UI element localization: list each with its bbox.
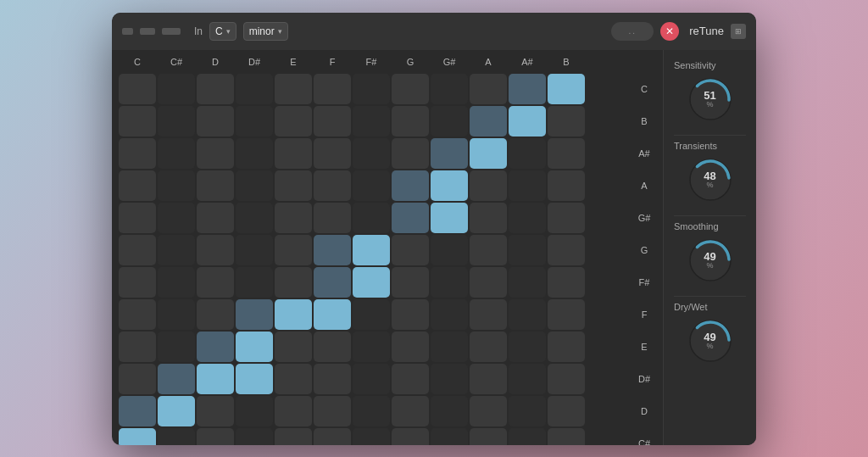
grid-cell[interactable] — [353, 106, 390, 137]
grid-cell[interactable] — [431, 428, 468, 445]
grid-cell[interactable] — [548, 170, 585, 201]
grid-cell[interactable] — [353, 203, 390, 233]
grid-cell[interactable] — [509, 106, 546, 137]
grid-cell[interactable] — [509, 396, 546, 426]
grid-cell[interactable] — [548, 203, 585, 233]
grid-cell[interactable] — [314, 235, 351, 265]
grid-cell[interactable] — [275, 74, 312, 104]
restore-button[interactable] — [140, 28, 155, 35]
grid-cell[interactable] — [548, 138, 585, 169]
grid-cell[interactable] — [275, 428, 312, 445]
grid-cell[interactable] — [314, 106, 351, 137]
grid-cell[interactable] — [470, 203, 507, 233]
maximize-button[interactable] — [162, 28, 181, 35]
grid-cell[interactable] — [119, 203, 156, 233]
grid-cell[interactable] — [119, 170, 156, 201]
grid-cell[interactable] — [158, 364, 195, 394]
grid-cell[interactable] — [392, 106, 429, 137]
grid-cell[interactable] — [548, 332, 585, 362]
grid-cell[interactable] — [470, 396, 507, 426]
grid-cell[interactable] — [158, 396, 195, 426]
grid-cell[interactable] — [353, 170, 390, 201]
knob-drywet[interactable]: 49% — [687, 317, 734, 365]
grid-cell[interactable] — [353, 396, 390, 426]
grid-cell[interactable] — [158, 267, 195, 298]
grid-cell[interactable] — [470, 74, 507, 104]
grid-cell[interactable] — [314, 396, 351, 426]
grid-cell[interactable] — [275, 106, 312, 137]
grid-cell[interactable] — [158, 332, 195, 362]
grid-cell[interactable] — [197, 364, 234, 394]
grid-cell[interactable] — [392, 235, 429, 265]
grid-cell[interactable] — [197, 332, 234, 362]
grid-cell[interactable] — [236, 267, 273, 298]
grid-cell[interactable] — [119, 428, 156, 445]
grid-cell[interactable] — [431, 364, 468, 394]
grid-cell[interactable] — [470, 170, 507, 201]
grid-cell[interactable] — [158, 235, 195, 265]
grid-cell[interactable] — [236, 170, 273, 201]
grid-cell[interactable] — [353, 138, 390, 169]
grid-cell[interactable] — [236, 203, 273, 233]
grid-cell[interactable] — [392, 299, 429, 330]
grid-cell[interactable] — [314, 74, 351, 104]
grid-cell[interactable] — [470, 267, 507, 298]
knob-smoothing[interactable]: 49% — [687, 237, 734, 284]
grid-cell[interactable] — [275, 267, 312, 298]
grid-cell[interactable] — [314, 364, 351, 394]
grid-cell[interactable] — [470, 299, 507, 330]
in-scale-dropdown[interactable]: minor ▾ — [243, 22, 288, 41]
grid-cell[interactable] — [548, 364, 585, 394]
grid-cell[interactable] — [119, 138, 156, 169]
grid-cell[interactable] — [119, 74, 156, 104]
grid-cell[interactable] — [119, 235, 156, 265]
grid-cell[interactable] — [353, 74, 390, 104]
grid-cell[interactable] — [197, 74, 234, 104]
grid-cell[interactable] — [197, 138, 234, 169]
grid-cell[interactable] — [275, 235, 312, 265]
grid-cell[interactable] — [314, 267, 351, 298]
grid-cell[interactable] — [119, 332, 156, 362]
grid-cell[interactable] — [353, 267, 390, 298]
grid-cell[interactable] — [392, 364, 429, 394]
grid-cell[interactable] — [314, 170, 351, 201]
grid-cell[interactable] — [431, 396, 468, 426]
grid-cell[interactable] — [119, 106, 156, 137]
grid-cell[interactable] — [353, 428, 390, 445]
grid-cell[interactable] — [119, 267, 156, 298]
grid-cell[interactable] — [509, 235, 546, 265]
minimize-button[interactable] — [122, 28, 133, 35]
grid-cell[interactable] — [431, 267, 468, 298]
grid-cell[interactable] — [353, 299, 390, 330]
grid-cell[interactable] — [392, 138, 429, 169]
grid-cell[interactable] — [548, 267, 585, 298]
grid-cell[interactable] — [392, 396, 429, 426]
grid-cell[interactable] — [392, 428, 429, 445]
grid-cell[interactable] — [470, 235, 507, 265]
grid-cell[interactable] — [158, 428, 195, 445]
grid-cell[interactable] — [236, 74, 273, 104]
grid-cell[interactable] — [197, 299, 234, 330]
grid-cell[interactable] — [431, 138, 468, 169]
grid-cell[interactable] — [236, 428, 273, 445]
grid-cell[interactable] — [548, 235, 585, 265]
grid-cell[interactable] — [431, 299, 468, 330]
grid-cell[interactable] — [548, 74, 585, 104]
grid-cell[interactable] — [431, 74, 468, 104]
grid-cell[interactable] — [314, 138, 351, 169]
grid-cell[interactable] — [236, 235, 273, 265]
grid-cell[interactable] — [314, 332, 351, 362]
grid-cell[interactable] — [509, 74, 546, 104]
grid-cell[interactable] — [158, 170, 195, 201]
grid-cell[interactable] — [548, 299, 585, 330]
grid-cell[interactable] — [275, 170, 312, 201]
grid-cell[interactable] — [509, 364, 546, 394]
grid-cell[interactable] — [236, 332, 273, 362]
grid-cell[interactable] — [353, 235, 390, 265]
grid-cell[interactable] — [548, 428, 585, 445]
grid-cell[interactable] — [158, 74, 195, 104]
grid-cell[interactable] — [392, 170, 429, 201]
grid-cell[interactable] — [236, 106, 273, 137]
grid-cell[interactable] — [314, 203, 351, 233]
grid-cell[interactable] — [353, 364, 390, 394]
